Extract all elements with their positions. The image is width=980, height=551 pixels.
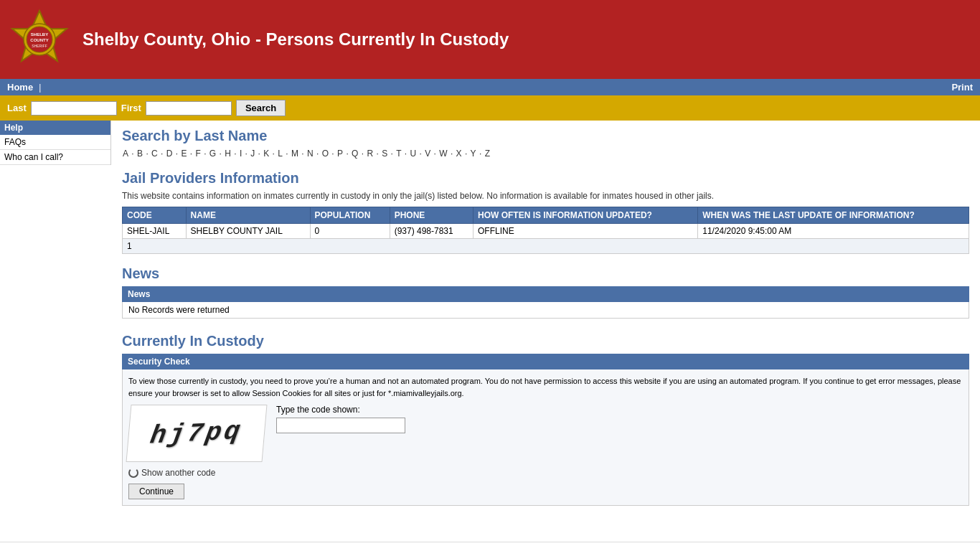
alphabet-link-r[interactable]: R: [367, 149, 373, 159]
search-by-last-name-heading: Search by Last Name: [122, 128, 969, 144]
page-header: SHELBY COUNTY SHERIFF Shelby County, Ohi…: [0, 0, 980, 79]
alphabet-link-b[interactable]: B: [137, 149, 143, 159]
alphabet-row: A · B · C · D · E · F · G · H · I · J · …: [122, 149, 969, 159]
table-count-cell: 1: [123, 239, 969, 254]
svg-text:SHERIFF: SHERIFF: [32, 44, 47, 48]
search-bar: Last First Search: [0, 95, 980, 121]
custody-section: Currently In Custody Security Check To v…: [122, 333, 969, 506]
show-another-label: Show another code: [141, 468, 215, 478]
captcha-input[interactable]: [276, 418, 405, 433]
captcha-text: hj7pq: [148, 416, 245, 451]
svg-text:SHELBY: SHELBY: [31, 32, 48, 37]
custody-heading: Currently In Custody: [122, 333, 969, 349]
sidebar-item-faqs[interactable]: FAQs: [0, 135, 110, 150]
table-cell: SHEL-JAIL: [123, 224, 187, 239]
main-content: Search by Last Name A · B · C · D · E · …: [111, 121, 980, 527]
footer: MONT COUNTY ©2001- 2022 Board of County …: [0, 542, 980, 551]
table-cell: OFFLINE: [473, 224, 698, 239]
table-header-cell: CODE: [123, 207, 187, 224]
table-cell: SHELBY COUNTY JAIL: [186, 224, 310, 239]
alphabet-link-f[interactable]: F: [195, 149, 200, 159]
nav-separator: |: [39, 83, 41, 93]
news-section: News News No Records were returned: [122, 265, 969, 319]
table-cell: (937) 498-7831: [390, 224, 473, 239]
alphabet-link-l[interactable]: L: [278, 149, 283, 159]
continue-button[interactable]: Continue: [128, 484, 184, 499]
jail-providers-section: Jail Providers Information This website …: [122, 170, 969, 254]
alphabet-link-c[interactable]: C: [151, 149, 158, 159]
alphabet-link-e[interactable]: E: [181, 149, 187, 159]
table-cell: 11/24/2020 9:45:00 AM: [698, 224, 969, 239]
jail-providers-description: This website contains information on inm…: [122, 191, 969, 201]
table-count-row: 1: [123, 239, 969, 254]
jail-table-body: SHEL-JAILSHELBY COUNTY JAIL0(937) 498-78…: [123, 224, 969, 254]
table-cell: 0: [310, 224, 390, 239]
news-no-records: No Records were returned: [128, 305, 230, 315]
table-header-cell: HOW OFTEN IS INFORMATION UPDATED?: [473, 207, 698, 224]
alphabet-link-j[interactable]: J: [250, 149, 255, 159]
print-link[interactable]: Print: [951, 82, 973, 93]
alphabet-link-s[interactable]: S: [382, 149, 387, 159]
nav-bar: Home | Print: [0, 79, 980, 95]
security-description: To view those currently in custody, you …: [128, 375, 963, 399]
alphabet-link-i[interactable]: I: [240, 149, 242, 159]
sidebar-item-who-can-i-call[interactable]: Who can I call?: [0, 150, 110, 165]
captcha-label: Type the code shown:: [276, 405, 405, 415]
alphabet-link-a[interactable]: A: [123, 149, 128, 159]
alphabet-link-t[interactable]: T: [396, 149, 401, 159]
alphabet-link-x[interactable]: X: [456, 149, 462, 159]
alphabet-link-k[interactable]: K: [263, 149, 269, 159]
jail-providers-table: CODENAMEPOPULATIONPHONEHOW OFTEN IS INFO…: [122, 207, 969, 254]
page-title: Shelby County, Ohio - Persons Currently …: [83, 29, 509, 50]
captcha-area: hj7pq Type the code shown:: [128, 405, 963, 462]
alphabet-link-v[interactable]: V: [425, 149, 430, 159]
table-row: SHEL-JAILSHELBY COUNTY JAIL0(937) 498-78…: [123, 224, 969, 239]
alphabet-link-q[interactable]: Q: [352, 149, 358, 159]
news-subheader: News: [122, 286, 969, 302]
alphabet-link-p[interactable]: P: [337, 149, 343, 159]
content-wrapper: Help FAQs Who can I call? Search by Last…: [0, 121, 980, 527]
alphabet-link-u[interactable]: U: [410, 149, 417, 159]
home-link[interactable]: Home: [7, 82, 33, 93]
alphabet-link-o[interactable]: O: [322, 149, 329, 159]
alphabet-link-h[interactable]: H: [225, 149, 231, 159]
table-header-cell: WHEN WAS THE LAST UPDATE OF INFORMATION?: [698, 207, 969, 224]
search-by-last-name-section: Search by Last Name A · B · C · D · E · …: [122, 128, 969, 159]
alphabet-link-n[interactable]: N: [307, 149, 314, 159]
first-name-label: First: [121, 103, 141, 113]
captcha-image: hj7pq: [126, 405, 268, 462]
alphabet-link-z[interactable]: Z: [485, 149, 490, 159]
refresh-icon: [128, 468, 138, 478]
table-header-cell: POPULATION: [310, 207, 390, 224]
table-header-cell: NAME: [186, 207, 310, 224]
jail-providers-heading: Jail Providers Information: [122, 170, 969, 187]
sheriff-badge-logo: SHELBY COUNTY SHERIFF: [7, 7, 72, 72]
nav-left: Home |: [7, 82, 44, 93]
sidebar-help-header: Help: [0, 121, 110, 135]
alphabet-link-y[interactable]: Y: [471, 149, 476, 159]
news-heading: News: [122, 265, 969, 282]
faqs-link[interactable]: FAQs: [4, 137, 26, 147]
captcha-input-area: Type the code shown:: [276, 405, 405, 433]
news-body: No Records were returned: [122, 302, 969, 319]
last-name-label: Last: [7, 103, 27, 113]
table-header-cell: PHONE: [390, 207, 473, 224]
first-name-input[interactable]: [146, 101, 232, 116]
security-check-body: To view those currently in custody, you …: [122, 369, 969, 506]
who-can-i-call-link[interactable]: Who can I call?: [4, 152, 63, 162]
table-header-row: CODENAMEPOPULATIONPHONEHOW OFTEN IS INFO…: [123, 207, 969, 224]
jail-table-head: CODENAMEPOPULATIONPHONEHOW OFTEN IS INFO…: [123, 207, 969, 224]
alphabet-link-m[interactable]: M: [291, 149, 298, 159]
last-name-input[interactable]: [31, 101, 117, 116]
security-check-header: Security Check: [122, 354, 969, 369]
alphabet-link-g[interactable]: G: [209, 149, 216, 159]
show-another-code[interactable]: Show another code: [128, 468, 963, 478]
alphabet-link-d[interactable]: D: [166, 149, 173, 159]
alphabet-link-w[interactable]: W: [439, 149, 447, 159]
sidebar: Help FAQs Who can I call?: [0, 121, 111, 165]
search-button[interactable]: Search: [236, 100, 286, 116]
svg-text:COUNTY: COUNTY: [30, 38, 48, 42]
